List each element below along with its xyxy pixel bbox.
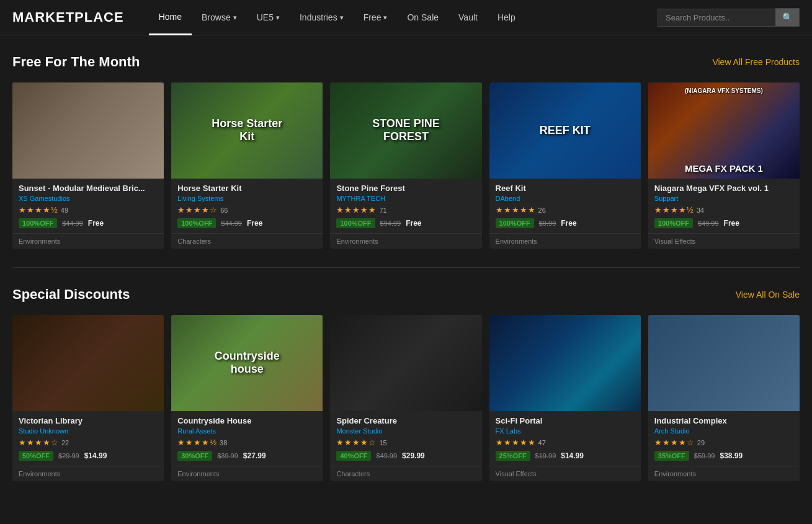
navbar: MARKETPLACE HomeBrowse ▾UE5 ▾Industries … <box>0 0 812 35</box>
product-card[interactable]: Industrial ComplexArch Studio★★★★☆2935%O… <box>648 315 800 481</box>
image-label: MEGA FX PACK 1 <box>648 163 800 174</box>
product-category: Environments <box>12 466 164 481</box>
product-name: Spider Creature <box>336 416 475 425</box>
product-info: Countryside HouseRural Assets★★★★½3830%O… <box>171 411 323 466</box>
product-category: Visual Effects <box>489 466 641 481</box>
product-pricing: 100%OFF$9.99Free <box>496 218 635 228</box>
product-card[interactable]: Countryside houseCountryside HouseRural … <box>171 315 323 481</box>
product-author[interactable]: Arch Studio <box>654 427 793 435</box>
rating-count: 66 <box>220 206 228 214</box>
product-category: Characters <box>330 466 481 481</box>
product-category: Visual Effects <box>648 233 800 249</box>
original-price: $94.99 <box>380 220 401 227</box>
product-author[interactable]: MYTHRA TECH <box>336 195 475 202</box>
product-info: Industrial ComplexArch Studio★★★★☆2935%O… <box>648 411 800 466</box>
product-rating: ★★★★☆15 <box>336 438 475 447</box>
nav-links: HomeBrowse ▾UE5 ▾Industries ▾Free ▾On Sa… <box>149 0 658 35</box>
image-label: STONE PINE FOREST <box>368 117 444 144</box>
product-pricing: 50%OFF$29.99$14.99 <box>19 451 158 461</box>
discount-badge: 100%OFF <box>496 218 534 228</box>
product-card[interactable]: Sunset - Modular Medieval Bric...XS Game… <box>12 82 164 249</box>
original-price: $44.99 <box>221 220 242 227</box>
image-top-label: (NIAGARA VFX SYSTEMS) <box>648 87 800 94</box>
discount-badge: 100%OFF <box>654 218 693 228</box>
product-card[interactable]: STONE PINE FORESTStone Pine ForestMYTHRA… <box>330 82 481 249</box>
rating-count: 71 <box>379 206 386 214</box>
product-card[interactable]: REEF KITReef KitDAbend★★★★★26100%OFF$9.9… <box>489 82 641 249</box>
nav-item-vault[interactable]: Vault <box>448 0 488 35</box>
product-author[interactable]: Living Systems <box>177 195 316 202</box>
original-price: $19.99 <box>535 452 556 460</box>
image-label: Horse Starter Kit <box>209 117 285 144</box>
product-image <box>489 315 641 411</box>
product-card[interactable]: Spider CreatureMonster Studio★★★★☆1540%O… <box>330 315 481 481</box>
product-name: Reef Kit <box>496 184 635 193</box>
product-name: Stone Pine Forest <box>336 184 475 193</box>
original-price: $9.99 <box>539 220 556 227</box>
nav-item-on-sale[interactable]: On Sale <box>397 0 448 35</box>
nav-item-browse[interactable]: Browse ▾ <box>192 0 247 35</box>
product-pricing: 100%OFF$44.99Free <box>19 218 158 228</box>
product-card[interactable]: Horse Starter KitHorse Starter KitLiving… <box>171 82 323 249</box>
nav-item-help[interactable]: Help <box>488 0 525 35</box>
product-author[interactable]: Studio Unknown <box>19 427 158 435</box>
product-author[interactable]: Suppart <box>654 195 793 202</box>
star-rating: ★★★★☆ <box>654 438 695 447</box>
rating-count: 38 <box>220 439 227 446</box>
product-card[interactable]: Sci-Fi PortalFX Labs★★★★★4725%OFF$19.99$… <box>489 315 641 481</box>
discount-badge: 50%OFF <box>19 451 53 461</box>
product-card[interactable]: Victorian LibraryStudio Unknown★★★★☆2250… <box>12 315 164 481</box>
current-price: Free <box>88 219 104 228</box>
discount-badge: 40%OFF <box>336 451 371 461</box>
rating-count: 26 <box>538 206 546 214</box>
product-card[interactable]: (NIAGARA VFX SYSTEMS)MEGA FX PACK 1Niaga… <box>648 82 800 249</box>
discount-section-title: Special Discounts <box>12 286 130 303</box>
chevron-down-icon: ▾ <box>276 14 280 22</box>
search-button[interactable]: 🔍 <box>775 8 800 27</box>
discount-badge: 35%OFF <box>654 451 689 461</box>
product-category: Environments <box>648 466 800 481</box>
current-price: $38.99 <box>720 451 743 460</box>
nav-search: 🔍 <box>658 8 800 27</box>
product-rating: ★★★★☆29 <box>654 438 793 447</box>
product-image <box>648 315 800 411</box>
discount-section: Special Discounts View All On Sale Victo… <box>0 268 812 500</box>
star-rating: ★★★★★ <box>496 205 536 215</box>
discount-badge: 100%OFF <box>336 218 375 228</box>
product-image: (NIAGARA VFX SYSTEMS)MEGA FX PACK 1 <box>648 82 800 179</box>
product-pricing: 40%OFF$49.99$29.99 <box>336 451 475 461</box>
product-author[interactable]: FX Labs <box>496 427 635 435</box>
search-input[interactable] <box>658 9 775 27</box>
nav-item-industries[interactable]: Industries ▾ <box>290 0 354 35</box>
product-rating: ★★★★½49 <box>19 205 158 215</box>
star-rating: ★★★★☆ <box>177 205 218 215</box>
product-image: STONE PINE FOREST <box>330 82 481 179</box>
discount-badge: 100%OFF <box>19 218 57 228</box>
product-info: Stone Pine ForestMYTHRA TECH★★★★★71100%O… <box>330 179 481 233</box>
product-category: Characters <box>171 233 323 249</box>
free-section-title: Free For The Month <box>12 54 140 70</box>
rating-count: 22 <box>61 439 69 446</box>
rating-count: 15 <box>379 439 386 446</box>
product-author[interactable]: XS Gamestudios <box>19 195 158 202</box>
nav-item-ue5[interactable]: UE5 ▾ <box>247 0 290 35</box>
chevron-down-icon: ▾ <box>340 14 344 22</box>
current-price: $29.99 <box>402 451 425 460</box>
view-all-sale-link[interactable]: View All On Sale <box>736 290 800 300</box>
brand-logo[interactable]: MARKETPLACE <box>12 9 124 25</box>
product-author[interactable]: DAbend <box>496 195 635 202</box>
product-info: Spider CreatureMonster Studio★★★★☆1540%O… <box>330 411 481 466</box>
rating-count: 49 <box>61 206 68 214</box>
nav-item-free[interactable]: Free ▾ <box>354 0 398 35</box>
product-author[interactable]: Rural Assets <box>177 427 316 435</box>
view-all-free-link[interactable]: View All Free Products <box>712 57 800 67</box>
product-name: Sunset - Modular Medieval Bric... <box>19 184 158 193</box>
nav-item-home[interactable]: Home <box>149 0 192 35</box>
product-pricing: 30%OFF$39.99$27.99 <box>177 451 316 461</box>
product-info: Reef KitDAbend★★★★★26100%OFF$9.99Free <box>489 179 641 233</box>
discount-badge: 100%OFF <box>177 218 216 228</box>
product-author[interactable]: Monster Studio <box>336 427 475 435</box>
product-image <box>12 315 164 411</box>
product-info: Sunset - Modular Medieval Bric...XS Game… <box>12 179 164 233</box>
product-image: Horse Starter Kit <box>171 82 323 179</box>
